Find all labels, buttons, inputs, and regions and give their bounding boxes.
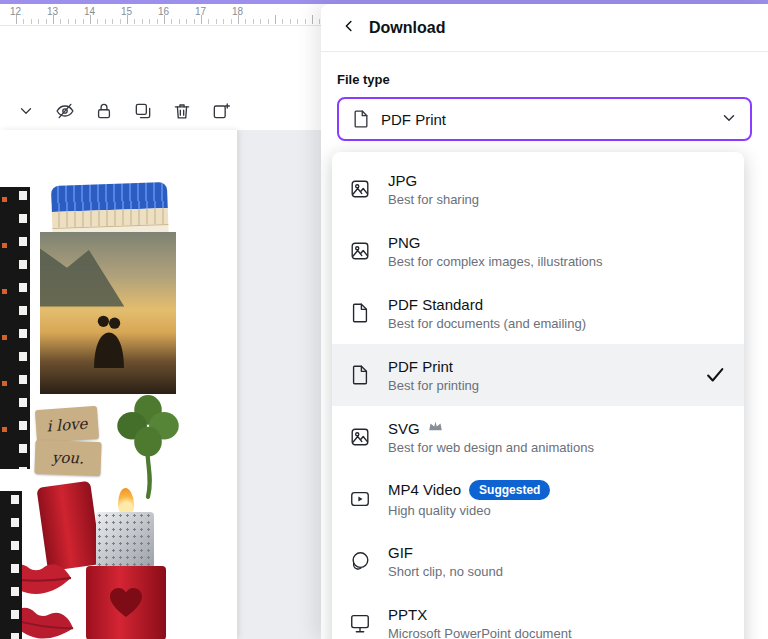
suggested-badge: Suggested	[469, 480, 550, 500]
chevron-left-icon	[340, 17, 358, 38]
file-type-option-gif[interactable]: GIF Short clip, no sound	[332, 530, 744, 592]
image-icon	[348, 177, 372, 201]
canvas-gutter	[237, 130, 321, 639]
file-type-option-jpg[interactable]: JPG Best for sharing	[332, 158, 744, 220]
ruler-label: 12	[10, 6, 21, 17]
lock-icon	[94, 101, 114, 124]
option-description: Best for sharing	[388, 192, 479, 207]
option-description: Best for documents (and emailing)	[388, 316, 586, 331]
option-label: GIF	[388, 544, 413, 561]
file-type-label: File type	[337, 72, 752, 87]
option-description: Short clip, no sound	[388, 564, 503, 579]
option-description: Best for printing	[388, 378, 479, 393]
couple-photo-image[interactable]	[40, 232, 176, 394]
document-icon	[348, 363, 372, 387]
add-page-icon	[211, 101, 231, 124]
file-type-option-png[interactable]: PNG Best for complex images, illustratio…	[332, 220, 744, 282]
option-label: PDF Print	[388, 358, 453, 375]
option-label: PDF Standard	[388, 296, 483, 313]
love-note-text: you.	[52, 448, 85, 467]
ruler-label: 17	[195, 6, 206, 17]
film-strip-top-image[interactable]	[0, 187, 30, 469]
hide-button[interactable]	[53, 100, 77, 124]
add-page-button[interactable]	[209, 100, 233, 124]
check-icon	[704, 364, 726, 386]
lighter-body-image[interactable]	[86, 566, 166, 639]
design-page[interactable]: i love you.	[0, 130, 237, 639]
file-type-select[interactable]: PDF Print	[337, 97, 752, 141]
lighter-insert-image[interactable]	[96, 512, 154, 568]
download-panel: Download File type PDF Print JPG Best fo…	[321, 4, 768, 639]
film-sprocket-holes	[11, 495, 19, 639]
option-label: MP4 Video	[388, 481, 461, 498]
ruler-label: 13	[47, 6, 58, 17]
trash-icon	[172, 101, 192, 124]
option-description: Best for web design and animations	[388, 440, 594, 455]
file-type-option-mp4-video[interactable]: MP4 Video Suggested High quality video	[332, 468, 744, 530]
presentation-icon	[348, 611, 372, 635]
chevron-down-icon	[720, 109, 738, 130]
film-frame-marks	[2, 197, 7, 469]
film-sprocket-holes	[19, 191, 27, 469]
delete-button[interactable]	[170, 100, 194, 124]
copy-icon	[133, 101, 153, 124]
option-description: Best for complex images, illustrations	[388, 254, 603, 269]
option-description: High quality video	[388, 503, 550, 518]
page-toolbar	[14, 100, 233, 124]
panel-title: Download	[369, 19, 445, 37]
file-type-option-pdf-standard[interactable]: PDF Standard Best for documents (and ema…	[332, 282, 744, 344]
editor-workspace: 12 13 14 15 16 17 18	[0, 4, 321, 639]
option-label: SVG	[388, 420, 420, 437]
crown-icon	[428, 419, 443, 437]
ruler-label: 16	[158, 6, 169, 17]
option-label: PPTX	[388, 606, 427, 623]
gif-icon	[348, 549, 372, 573]
ruler-label: 18	[232, 6, 243, 17]
back-button[interactable]	[337, 16, 361, 40]
file-type-value: PDF Print	[381, 111, 720, 128]
file-type-dropdown-menu: JPG Best for sharing PNG Best for comple…	[332, 152, 744, 639]
collapse-button[interactable]	[14, 100, 38, 124]
file-type-option-pptx[interactable]: PPTX Microsoft PowerPoint document	[332, 592, 744, 639]
mountain-silhouette	[40, 232, 124, 307]
panel-header: Download	[321, 4, 768, 52]
document-icon	[351, 109, 371, 129]
video-icon	[348, 487, 372, 511]
option-label: PNG	[388, 234, 421, 251]
clover-image[interactable]	[116, 394, 180, 500]
heart-icon	[109, 587, 143, 619]
panel-body: File type PDF Print	[321, 52, 768, 141]
love-note-image[interactable]: i love	[35, 406, 99, 443]
duplicate-button[interactable]	[131, 100, 155, 124]
document-icon	[348, 301, 372, 325]
ruler-label: 14	[84, 6, 95, 17]
ruler-label: 15	[121, 6, 132, 17]
love-note-text: i love	[46, 414, 88, 435]
file-type-option-svg[interactable]: SVG Best for web design and animations	[332, 406, 744, 468]
love-note-image[interactable]: you.	[34, 440, 101, 476]
couple-silhouette	[90, 312, 128, 368]
image-icon	[348, 425, 372, 449]
eye-slash-icon	[55, 101, 75, 124]
horizontal-ruler: 12 13 14 15 16 17 18	[0, 4, 321, 26]
image-icon	[348, 239, 372, 263]
file-type-option-pdf-print[interactable]: PDF Print Best for printing	[332, 344, 744, 406]
lock-button[interactable]	[92, 100, 116, 124]
option-label: JPG	[388, 172, 417, 189]
chevron-down-icon	[17, 102, 35, 123]
match-heads	[51, 182, 168, 212]
option-description: Microsoft PowerPoint document	[388, 626, 572, 639]
film-strip-bottom-image[interactable]	[0, 491, 22, 639]
